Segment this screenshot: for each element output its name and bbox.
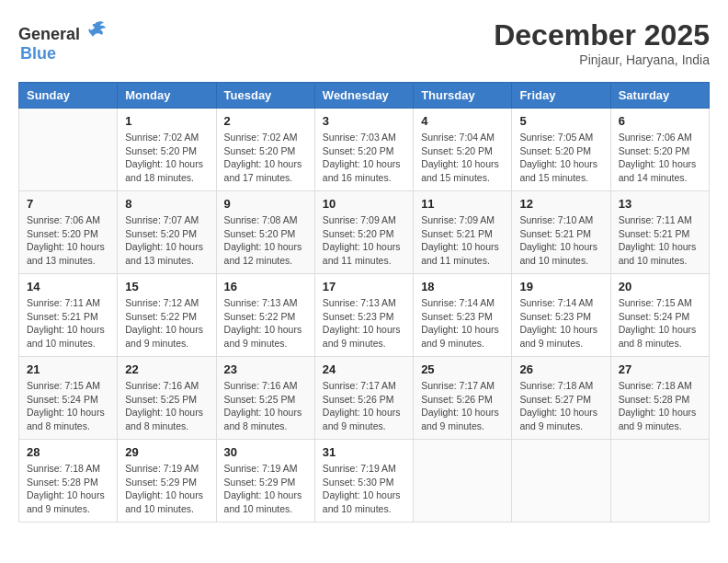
day-info: Sunrise: 7:18 AM Sunset: 5:28 PM Dayligh… [619, 379, 701, 433]
day-info: Sunrise: 7:08 AM Sunset: 5:20 PM Dayligh… [224, 213, 307, 268]
day-number: 30 [224, 445, 307, 459]
calendar-cell: 11Sunrise: 7:09 AM Sunset: 5:21 PM Dayli… [414, 191, 512, 274]
day-info: Sunrise: 7:07 AM Sunset: 5:20 PM Dayligh… [125, 213, 208, 268]
day-number: 11 [421, 197, 504, 211]
day-number: 5 [519, 114, 602, 128]
day-info: Sunrise: 7:13 AM Sunset: 5:23 PM Dayligh… [323, 296, 405, 350]
calendar-cell: 25Sunrise: 7:17 AM Sunset: 5:26 PM Dayli… [414, 357, 512, 440]
month-title: December 2025 [494, 18, 710, 52]
day-info: Sunrise: 7:16 AM Sunset: 5:25 PM Dayligh… [125, 379, 208, 433]
day-info: Sunrise: 7:14 AM Sunset: 5:23 PM Dayligh… [519, 296, 602, 350]
day-info: Sunrise: 7:19 AM Sunset: 5:29 PM Dayligh… [125, 462, 208, 516]
weekday-header-tuesday: Tuesday [216, 83, 314, 109]
calendar-cell: 7Sunrise: 7:06 AM Sunset: 5:20 PM Daylig… [19, 191, 118, 274]
calendar-cell [610, 440, 709, 523]
day-number: 29 [125, 445, 208, 459]
day-number: 12 [519, 197, 602, 211]
calendar-table: SundayMondayTuesdayWednesdayThursdayFrid… [18, 82, 710, 523]
day-info: Sunrise: 7:06 AM Sunset: 5:20 PM Dayligh… [27, 213, 109, 268]
calendar-cell: 18Sunrise: 7:14 AM Sunset: 5:23 PM Dayli… [414, 274, 512, 357]
day-number: 20 [619, 280, 701, 293]
day-info: Sunrise: 7:16 AM Sunset: 5:25 PM Dayligh… [224, 379, 307, 433]
day-info: Sunrise: 7:18 AM Sunset: 5:28 PM Dayligh… [27, 462, 109, 516]
calendar-cell: 23Sunrise: 7:16 AM Sunset: 5:25 PM Dayli… [216, 357, 314, 440]
calendar-cell: 17Sunrise: 7:13 AM Sunset: 5:23 PM Dayli… [314, 274, 413, 357]
day-number: 8 [125, 197, 208, 211]
day-number: 1 [125, 114, 208, 128]
day-number: 13 [619, 197, 701, 211]
logo: General Blue [18, 18, 108, 63]
calendar-cell: 10Sunrise: 7:09 AM Sunset: 5:20 PM Dayli… [314, 191, 413, 274]
calendar-cell: 19Sunrise: 7:14 AM Sunset: 5:23 PM Dayli… [512, 274, 610, 357]
day-number: 7 [27, 197, 109, 211]
calendar-cell: 30Sunrise: 7:19 AM Sunset: 5:29 PM Dayli… [216, 440, 314, 523]
day-number: 23 [224, 362, 307, 376]
day-number: 24 [323, 362, 405, 376]
weekday-header-saturday: Saturday [610, 83, 709, 109]
day-number: 31 [323, 445, 405, 459]
day-info: Sunrise: 7:04 AM Sunset: 5:20 PM Dayligh… [421, 131, 504, 185]
calendar-cell: 9Sunrise: 7:08 AM Sunset: 5:20 PM Daylig… [216, 191, 314, 274]
calendar-cell: 29Sunrise: 7:19 AM Sunset: 5:29 PM Dayli… [118, 440, 216, 523]
day-number: 19 [519, 280, 602, 293]
week-row-3: 14Sunrise: 7:11 AM Sunset: 5:21 PM Dayli… [19, 274, 710, 357]
logo-general-text: General [18, 25, 80, 44]
day-number: 28 [27, 445, 109, 459]
day-info: Sunrise: 7:02 AM Sunset: 5:20 PM Dayligh… [125, 131, 208, 185]
day-info: Sunrise: 7:13 AM Sunset: 5:22 PM Dayligh… [224, 296, 307, 350]
calendar-cell: 6Sunrise: 7:06 AM Sunset: 5:20 PM Daylig… [610, 109, 709, 191]
weekday-header-friday: Friday [512, 83, 610, 109]
calendar-cell: 20Sunrise: 7:15 AM Sunset: 5:24 PM Dayli… [610, 274, 709, 357]
day-info: Sunrise: 7:12 AM Sunset: 5:22 PM Dayligh… [125, 296, 208, 350]
weekday-header-wednesday: Wednesday [314, 83, 413, 109]
calendar-cell: 26Sunrise: 7:18 AM Sunset: 5:27 PM Dayli… [512, 357, 610, 440]
weekday-header-sunday: Sunday [19, 83, 118, 109]
calendar-cell: 4Sunrise: 7:04 AM Sunset: 5:20 PM Daylig… [414, 109, 512, 191]
calendar-cell: 13Sunrise: 7:11 AM Sunset: 5:21 PM Dayli… [610, 191, 709, 274]
calendar-cell: 16Sunrise: 7:13 AM Sunset: 5:22 PM Dayli… [216, 274, 314, 357]
logo-bird-icon [82, 18, 108, 50]
calendar-cell: 24Sunrise: 7:17 AM Sunset: 5:26 PM Dayli… [314, 357, 413, 440]
day-number: 26 [519, 362, 602, 376]
day-info: Sunrise: 7:17 AM Sunset: 5:26 PM Dayligh… [421, 379, 504, 433]
day-info: Sunrise: 7:17 AM Sunset: 5:26 PM Dayligh… [323, 379, 405, 433]
day-info: Sunrise: 7:03 AM Sunset: 5:20 PM Dayligh… [323, 131, 405, 185]
calendar-cell [512, 440, 610, 523]
day-info: Sunrise: 7:10 AM Sunset: 5:21 PM Dayligh… [519, 213, 602, 268]
day-info: Sunrise: 7:14 AM Sunset: 5:23 PM Dayligh… [421, 296, 504, 350]
calendar-cell: 12Sunrise: 7:10 AM Sunset: 5:21 PM Dayli… [512, 191, 610, 274]
day-info: Sunrise: 7:15 AM Sunset: 5:24 PM Dayligh… [27, 379, 109, 433]
day-info: Sunrise: 7:19 AM Sunset: 5:29 PM Dayligh… [224, 462, 307, 516]
day-info: Sunrise: 7:02 AM Sunset: 5:20 PM Dayligh… [224, 131, 307, 185]
calendar-cell: 28Sunrise: 7:18 AM Sunset: 5:28 PM Dayli… [19, 440, 118, 523]
calendar-cell: 27Sunrise: 7:18 AM Sunset: 5:28 PM Dayli… [610, 357, 709, 440]
day-info: Sunrise: 7:18 AM Sunset: 5:27 PM Dayligh… [519, 379, 602, 433]
day-info: Sunrise: 7:11 AM Sunset: 5:21 PM Dayligh… [27, 296, 109, 350]
day-info: Sunrise: 7:05 AM Sunset: 5:20 PM Dayligh… [519, 131, 602, 185]
day-number: 3 [323, 114, 405, 128]
day-number: 27 [619, 362, 701, 376]
day-number: 21 [27, 362, 109, 376]
day-info: Sunrise: 7:09 AM Sunset: 5:21 PM Dayligh… [421, 213, 504, 268]
day-number: 9 [224, 197, 307, 211]
day-info: Sunrise: 7:11 AM Sunset: 5:21 PM Dayligh… [619, 213, 701, 268]
day-number: 25 [421, 362, 504, 376]
calendar-cell: 21Sunrise: 7:15 AM Sunset: 5:24 PM Dayli… [19, 357, 118, 440]
day-number: 16 [224, 280, 307, 293]
day-number: 18 [421, 280, 504, 293]
day-number: 2 [224, 114, 307, 128]
week-row-4: 21Sunrise: 7:15 AM Sunset: 5:24 PM Dayli… [19, 357, 710, 440]
week-row-5: 28Sunrise: 7:18 AM Sunset: 5:28 PM Dayli… [19, 440, 710, 523]
title-section: December 2025 Pinjaur, Haryana, India [494, 18, 710, 67]
calendar-cell: 3Sunrise: 7:03 AM Sunset: 5:20 PM Daylig… [314, 109, 413, 191]
calendar-cell: 1Sunrise: 7:02 AM Sunset: 5:20 PM Daylig… [118, 109, 216, 191]
calendar-cell [19, 109, 118, 191]
weekday-header-thursday: Thursday [414, 83, 512, 109]
day-info: Sunrise: 7:19 AM Sunset: 5:30 PM Dayligh… [323, 462, 405, 516]
calendar-cell: 15Sunrise: 7:12 AM Sunset: 5:22 PM Dayli… [118, 274, 216, 357]
day-info: Sunrise: 7:06 AM Sunset: 5:20 PM Dayligh… [619, 131, 701, 185]
day-number: 15 [125, 280, 208, 293]
location-text: Pinjaur, Haryana, India [494, 52, 710, 67]
calendar-cell: 22Sunrise: 7:16 AM Sunset: 5:25 PM Dayli… [118, 357, 216, 440]
logo-blue-text: Blue [20, 44, 56, 63]
